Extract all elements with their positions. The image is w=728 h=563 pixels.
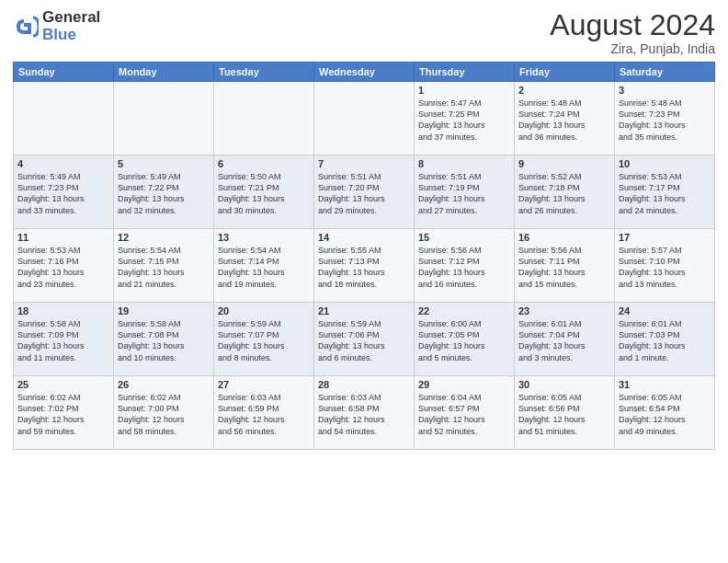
day-info: Sunrise: 6:02 AM Sunset: 7:02 PM Dayligh… xyxy=(17,392,109,437)
title-block: August 2024 Zira, Punjab, India xyxy=(550,9,715,56)
calendar-day-cell: 23Sunrise: 6:01 AM Sunset: 7:04 PM Dayli… xyxy=(515,303,615,376)
day-info: Sunrise: 5:47 AM Sunset: 7:25 PM Dayligh… xyxy=(418,98,510,143)
empty-calendar-cell xyxy=(314,82,415,155)
weekday-header-tuesday: Tuesday xyxy=(214,63,314,82)
header: General Blue August 2024 Zira, Punjab, I… xyxy=(13,9,715,56)
day-number: 24 xyxy=(619,305,711,316)
calendar-day-cell: 17Sunrise: 5:57 AM Sunset: 7:10 PM Dayli… xyxy=(615,229,715,303)
calendar-week-row: 25Sunrise: 6:02 AM Sunset: 7:02 PM Dayli… xyxy=(14,376,715,450)
calendar-day-cell: 4Sunrise: 5:49 AM Sunset: 7:23 PM Daylig… xyxy=(14,155,114,229)
day-number: 5 xyxy=(118,158,210,169)
day-info: Sunrise: 5:54 AM Sunset: 7:14 PM Dayligh… xyxy=(218,245,310,290)
calendar-day-cell: 22Sunrise: 6:00 AM Sunset: 7:05 PM Dayli… xyxy=(415,303,515,376)
calendar-day-cell: 1Sunrise: 5:47 AM Sunset: 7:25 PM Daylig… xyxy=(415,82,515,155)
day-number: 1 xyxy=(418,85,510,96)
calendar-day-cell: 13Sunrise: 5:54 AM Sunset: 7:14 PM Dayli… xyxy=(214,229,314,303)
day-info: Sunrise: 6:05 AM Sunset: 6:56 PM Dayligh… xyxy=(518,392,610,437)
empty-calendar-cell xyxy=(214,82,314,155)
day-info: Sunrise: 5:48 AM Sunset: 7:24 PM Dayligh… xyxy=(518,98,610,143)
day-info: Sunrise: 5:52 AM Sunset: 7:18 PM Dayligh… xyxy=(518,171,610,216)
calendar-week-row: 1Sunrise: 5:47 AM Sunset: 7:25 PM Daylig… xyxy=(14,82,715,155)
calendar-day-cell: 30Sunrise: 6:05 AM Sunset: 6:56 PM Dayli… xyxy=(515,376,615,450)
calendar-day-cell: 15Sunrise: 5:56 AM Sunset: 7:12 PM Dayli… xyxy=(415,229,515,303)
day-info: Sunrise: 6:03 AM Sunset: 6:59 PM Dayligh… xyxy=(218,392,310,437)
weekday-header-sunday: Sunday xyxy=(14,63,114,82)
calendar-day-cell: 31Sunrise: 6:05 AM Sunset: 6:54 PM Dayli… xyxy=(615,376,715,450)
day-info: Sunrise: 5:49 AM Sunset: 7:23 PM Dayligh… xyxy=(17,171,109,216)
calendar-day-cell: 9Sunrise: 5:52 AM Sunset: 7:18 PM Daylig… xyxy=(515,155,615,229)
day-info: Sunrise: 6:05 AM Sunset: 6:54 PM Dayligh… xyxy=(619,392,711,437)
day-number: 28 xyxy=(318,379,410,390)
day-number: 23 xyxy=(518,305,610,316)
day-info: Sunrise: 5:53 AM Sunset: 7:16 PM Dayligh… xyxy=(17,245,109,290)
day-number: 4 xyxy=(17,158,109,169)
calendar-page: General Blue August 2024 Zira, Punjab, I… xyxy=(0,0,728,563)
day-number: 31 xyxy=(619,379,711,390)
weekday-header-wednesday: Wednesday xyxy=(314,63,415,82)
day-number: 7 xyxy=(318,158,410,169)
day-info: Sunrise: 5:56 AM Sunset: 7:11 PM Dayligh… xyxy=(518,245,610,290)
day-number: 21 xyxy=(318,305,410,316)
day-info: Sunrise: 5:59 AM Sunset: 7:06 PM Dayligh… xyxy=(318,318,410,363)
calendar-day-cell: 25Sunrise: 6:02 AM Sunset: 7:02 PM Dayli… xyxy=(14,376,114,450)
day-info: Sunrise: 5:49 AM Sunset: 7:22 PM Dayligh… xyxy=(118,171,210,216)
month-title: August 2024 xyxy=(550,9,715,41)
day-info: Sunrise: 5:48 AM Sunset: 7:23 PM Dayligh… xyxy=(619,98,711,143)
calendar-week-row: 4Sunrise: 5:49 AM Sunset: 7:23 PM Daylig… xyxy=(14,155,715,229)
calendar-day-cell: 18Sunrise: 5:58 AM Sunset: 7:09 PM Dayli… xyxy=(14,303,114,376)
calendar-day-cell: 29Sunrise: 6:04 AM Sunset: 6:57 PM Dayli… xyxy=(415,376,515,450)
day-info: Sunrise: 5:56 AM Sunset: 7:12 PM Dayligh… xyxy=(418,245,510,290)
day-number: 6 xyxy=(218,158,310,169)
day-number: 29 xyxy=(418,379,510,390)
day-number: 3 xyxy=(619,85,711,96)
day-info: Sunrise: 5:58 AM Sunset: 7:09 PM Dayligh… xyxy=(17,318,109,363)
day-number: 27 xyxy=(218,379,310,390)
day-number: 30 xyxy=(518,379,610,390)
day-number: 12 xyxy=(118,232,210,243)
day-info: Sunrise: 5:57 AM Sunset: 7:10 PM Dayligh… xyxy=(619,245,711,290)
calendar-day-cell: 3Sunrise: 5:48 AM Sunset: 7:23 PM Daylig… xyxy=(615,82,715,155)
weekday-header-friday: Friday xyxy=(515,63,615,82)
day-number: 22 xyxy=(418,305,510,316)
calendar-day-cell: 10Sunrise: 5:53 AM Sunset: 7:17 PM Dayli… xyxy=(615,155,715,229)
calendar-week-row: 18Sunrise: 5:58 AM Sunset: 7:09 PM Dayli… xyxy=(14,303,715,376)
calendar-day-cell: 7Sunrise: 5:51 AM Sunset: 7:20 PM Daylig… xyxy=(314,155,415,229)
day-number: 11 xyxy=(17,232,109,243)
weekday-header-monday: Monday xyxy=(114,63,214,82)
calendar-table: SundayMondayTuesdayWednesdayThursdayFrid… xyxy=(13,62,715,450)
empty-calendar-cell xyxy=(114,82,214,155)
weekday-header-row: SundayMondayTuesdayWednesdayThursdayFrid… xyxy=(14,63,715,82)
calendar-day-cell: 2Sunrise: 5:48 AM Sunset: 7:24 PM Daylig… xyxy=(515,82,615,155)
calendar-week-row: 11Sunrise: 5:53 AM Sunset: 7:16 PM Dayli… xyxy=(14,229,715,303)
day-info: Sunrise: 5:58 AM Sunset: 7:08 PM Dayligh… xyxy=(118,318,210,363)
calendar-day-cell: 19Sunrise: 5:58 AM Sunset: 7:08 PM Dayli… xyxy=(114,303,214,376)
location: Zira, Punjab, India xyxy=(550,41,715,56)
calendar-day-cell: 20Sunrise: 5:59 AM Sunset: 7:07 PM Dayli… xyxy=(214,303,314,376)
day-info: Sunrise: 5:55 AM Sunset: 7:13 PM Dayligh… xyxy=(318,245,410,290)
day-number: 19 xyxy=(118,305,210,316)
day-number: 20 xyxy=(218,305,310,316)
day-info: Sunrise: 5:59 AM Sunset: 7:07 PM Dayligh… xyxy=(218,318,310,363)
day-number: 10 xyxy=(619,158,711,169)
day-number: 16 xyxy=(518,232,610,243)
day-info: Sunrise: 6:01 AM Sunset: 7:04 PM Dayligh… xyxy=(518,318,610,363)
calendar-day-cell: 16Sunrise: 5:56 AM Sunset: 7:11 PM Dayli… xyxy=(515,229,615,303)
day-number: 17 xyxy=(619,232,711,243)
day-number: 26 xyxy=(118,379,210,390)
logo-icon xyxy=(13,14,39,40)
day-number: 18 xyxy=(17,305,109,316)
day-number: 14 xyxy=(318,232,410,243)
calendar-day-cell: 27Sunrise: 6:03 AM Sunset: 6:59 PM Dayli… xyxy=(214,376,314,450)
calendar-day-cell: 24Sunrise: 6:01 AM Sunset: 7:03 PM Dayli… xyxy=(615,303,715,376)
calendar-day-cell: 5Sunrise: 5:49 AM Sunset: 7:22 PM Daylig… xyxy=(114,155,214,229)
day-number: 2 xyxy=(518,85,610,96)
day-info: Sunrise: 6:03 AM Sunset: 6:58 PM Dayligh… xyxy=(318,392,410,437)
day-number: 8 xyxy=(418,158,510,169)
logo-text: General Blue xyxy=(42,9,100,43)
empty-calendar-cell xyxy=(14,82,114,155)
weekday-header-saturday: Saturday xyxy=(615,63,715,82)
calendar-day-cell: 11Sunrise: 5:53 AM Sunset: 7:16 PM Dayli… xyxy=(14,229,114,303)
calendar-day-cell: 14Sunrise: 5:55 AM Sunset: 7:13 PM Dayli… xyxy=(314,229,415,303)
day-info: Sunrise: 5:51 AM Sunset: 7:20 PM Dayligh… xyxy=(318,171,410,216)
day-number: 15 xyxy=(418,232,510,243)
